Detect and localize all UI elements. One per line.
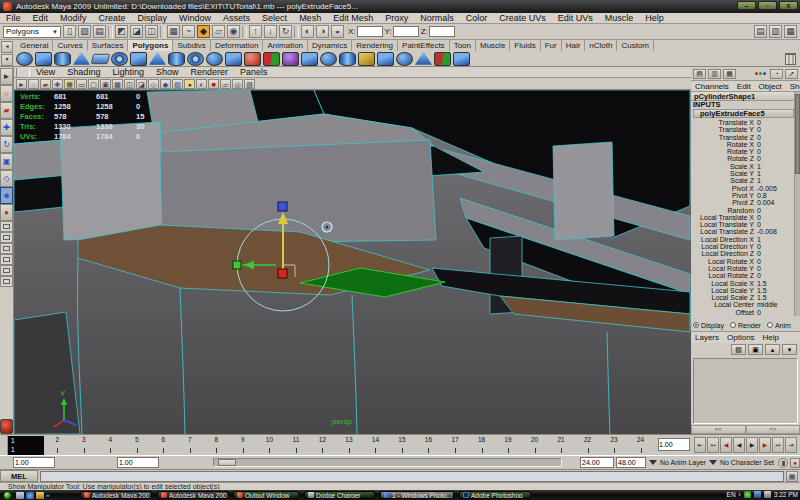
make-live-icon[interactable]: ◉ <box>227 25 240 38</box>
shelf-tab[interactable]: nCloth <box>585 40 617 51</box>
frame-tick[interactable]: 2 <box>44 435 71 455</box>
shelf-tab[interactable]: Rendering <box>352 40 398 51</box>
sidebar-layout-2-icon[interactable]: ▥ <box>708 69 721 79</box>
open-scene-icon[interactable]: ▨ <box>78 25 91 38</box>
layer-list[interactable] <box>693 358 798 424</box>
auto-keyframe-icon[interactable] <box>778 458 788 468</box>
shelf-sculpt-tool-icon[interactable] <box>244 52 261 66</box>
channel-attribute-row[interactable]: Local Translate Z-0.008 <box>691 228 794 235</box>
shelf-poly-prism-icon[interactable] <box>130 52 147 66</box>
menu-item[interactable]: Create <box>93 13 132 23</box>
frame-tick[interactable]: 22 <box>574 435 601 455</box>
viewport-canvas[interactable]: Y Verts:6816810Edges:125812580Faces:5785… <box>14 90 691 434</box>
manipulator-pointer-icon[interactable]: ↗ <box>785 69 798 79</box>
ipr-render-icon[interactable]: ◑ <box>316 25 329 38</box>
group-divider[interactable] <box>294 26 299 38</box>
shelf-poly-pipe-icon[interactable] <box>168 52 185 66</box>
shelf-tab[interactable]: Hair <box>562 40 586 51</box>
menu-item[interactable]: Modify <box>54 13 93 23</box>
lighting-icon[interactable]: ● <box>184 79 195 89</box>
menu-item[interactable]: Muscle <box>599 13 640 23</box>
shelf-poly-sphere-icon[interactable] <box>16 52 33 66</box>
channel-attribute-row[interactable]: Pivot Z0.004 <box>691 199 794 206</box>
layer-menu-item[interactable]: Options <box>723 333 759 342</box>
current-time-field[interactable] <box>658 438 690 451</box>
trash-icon[interactable] <box>785 53 796 65</box>
character-set-selector[interactable]: No Character Set <box>720 459 774 466</box>
shelf-poly-soccerball-icon[interactable] <box>206 52 223 66</box>
menu-set-selector[interactable]: Polygons▼ <box>3 26 61 38</box>
channel-attribute-row[interactable]: Scale Y1 <box>691 170 794 177</box>
menu-item[interactable]: Color <box>460 13 494 23</box>
menu-item[interactable]: Display <box>132 13 174 23</box>
film-gate-icon[interactable]: ▭ <box>76 79 87 89</box>
lasso-icon[interactable]: ◌ <box>28 79 39 89</box>
panel-menu-item[interactable]: Renderer <box>184 67 234 77</box>
menu-item[interactable]: Mesh <box>293 13 327 23</box>
paint-select-tool[interactable]: ▰ <box>0 102 13 119</box>
channel-box-menu-item[interactable]: Channels <box>691 82 733 91</box>
shelf-poly-pyramid-icon[interactable] <box>149 52 166 66</box>
speed-slow-icon[interactable]: ◔ <box>770 69 783 79</box>
render-settings-icon[interactable]: ◒ <box>331 25 344 38</box>
menu-item[interactable]: Edit Mesh <box>327 13 379 23</box>
channel-attribute-row[interactable]: Translate Z0 <box>691 134 794 141</box>
frame-tick[interactable]: 8 <box>203 435 230 455</box>
isolate-select-icon[interactable]: ◎ <box>232 79 243 89</box>
range-slider-thumb[interactable] <box>218 459 236 466</box>
taskbar-button[interactable]: Dodge Charger <box>304 491 375 499</box>
scale-tool[interactable]: ▣ <box>0 153 13 170</box>
shelf-tab[interactable]: Polygons <box>128 40 173 51</box>
frame-tick[interactable]: 10 <box>256 435 283 455</box>
snap-curve-icon[interactable]: ~ <box>182 25 195 38</box>
channel-attribute-row[interactable]: Pivot Y0.8 <box>691 192 794 199</box>
shelf-poly-cylinder-icon[interactable] <box>54 52 71 66</box>
frame-tick[interactable]: 19 <box>495 435 522 455</box>
volume-tray-icon[interactable] <box>764 491 771 498</box>
shelf-tab[interactable]: Surfaces <box>88 40 129 51</box>
frame-ruler[interactable]: 23456789101112131415161718192021222324 <box>44 435 654 455</box>
snap-point-icon[interactable]: ◆ <box>197 25 210 38</box>
maya-hotbox-icon[interactable] <box>0 419 13 434</box>
move-layer-up-icon[interactable]: ▴ <box>765 344 780 355</box>
taskbar-button[interactable]: 1 - Windows Photo... <box>380 491 454 499</box>
gate-mask-icon[interactable]: ▣ <box>100 79 111 89</box>
layer-mode-radio[interactable]: Display <box>693 322 724 329</box>
channel-attribute-row[interactable]: Rotate Y0 <box>691 148 794 155</box>
anim-layer-selector[interactable]: No Anim Layer <box>660 459 706 466</box>
sidebar-layout-1-icon[interactable]: ▤ <box>693 69 706 79</box>
frame-tick[interactable]: 20 <box>521 435 548 455</box>
channel-attribute-row[interactable]: Local Translate X0 <box>691 214 794 221</box>
mel-input[interactable] <box>40 471 784 482</box>
step-forward-frame-button[interactable]: ↦ <box>772 437 784 453</box>
show-manipulator-tool[interactable]: ◈ <box>0 187 13 204</box>
create-layer-from-selected-icon[interactable]: ▣ <box>748 344 763 355</box>
channel-box-menu-item[interactable]: Show <box>786 82 800 91</box>
frame-tick[interactable]: 13 <box>336 435 363 455</box>
panel-menu-item[interactable]: View <box>30 67 61 77</box>
render-current-frame-icon[interactable]: ◐ <box>301 25 314 38</box>
shadows-icon[interactable]: ◐ <box>196 79 207 89</box>
panel-menu-item[interactable]: Lighting <box>106 67 150 77</box>
channel-attribute-row[interactable]: Local Rotate X0 <box>691 258 794 265</box>
mel-label[interactable]: MEL <box>0 470 38 482</box>
select-object-icon[interactable]: ◪ <box>130 25 143 38</box>
layout-persp-uv[interactable] <box>0 276 13 287</box>
shelf-tab[interactable]: Muscle <box>476 40 510 51</box>
start-button[interactable] <box>3 491 12 500</box>
taskbar-button[interactable]: Adobe Photoshop <box>459 491 531 499</box>
shelf-mirror-geometry-icon[interactable] <box>263 52 280 66</box>
frame-tick[interactable]: 6 <box>150 435 177 455</box>
channel-attribute-row[interactable]: Translate X0 <box>691 119 794 126</box>
shelf-tab[interactable]: Curves <box>53 40 87 51</box>
scrollbar-thumb[interactable] <box>795 94 800 174</box>
paint-icon[interactable]: ▰ <box>40 79 51 89</box>
universal-manipulator-tool[interactable]: ◇ <box>0 170 13 187</box>
current-frame-indicator[interactable]: 1 1 <box>8 436 44 455</box>
quick-launch-chevron-icon[interactable]: » <box>46 492 49 499</box>
play-forwards-button[interactable]: ▶ <box>746 437 758 453</box>
shelf-poly-platonic-icon[interactable] <box>225 52 242 66</box>
frame-tick[interactable]: 3 <box>71 435 98 455</box>
animation-start-field[interactable] <box>13 457 55 468</box>
channel-attribute-row[interactable]: Local Translate Y0 <box>691 221 794 228</box>
